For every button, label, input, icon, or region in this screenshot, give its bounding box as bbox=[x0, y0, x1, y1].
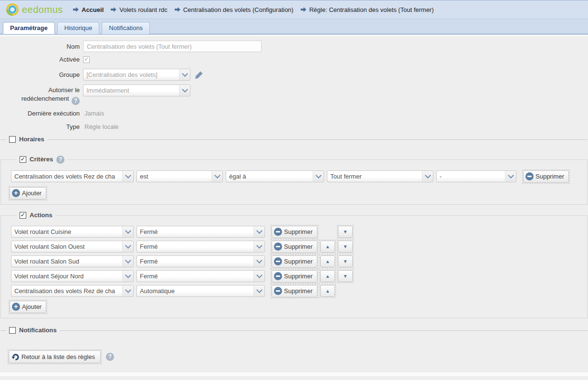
breadcrumb-link-centralisation-configuration[interactable]: Centralisation des volets (Configuration… bbox=[183, 6, 294, 13]
arrow-up-icon: ▲ bbox=[326, 259, 330, 264]
breadcrumb-link-volets-roulant-rdc[interactable]: Volets roulant rdc bbox=[119, 6, 167, 13]
notifications-checkbox[interactable] bbox=[9, 327, 16, 334]
action-device-select[interactable]: Centralisation des volets Rez de cha bbox=[11, 285, 134, 297]
check-icon: ✓ bbox=[21, 156, 25, 162]
activee-checkbox[interactable]: ✓ bbox=[83, 56, 90, 63]
action-device-select[interactable]: Volet roulant Salon Sud bbox=[11, 255, 134, 267]
actions-checkbox[interactable]: ✓ bbox=[20, 212, 26, 219]
bottom-strip bbox=[0, 372, 588, 376]
chevron-down-icon bbox=[179, 85, 190, 96]
action-value-select[interactable]: Fermé bbox=[136, 241, 265, 253]
critere-operator-select[interactable]: est bbox=[136, 170, 223, 182]
eedomus-logo[interactable]: eedomus bbox=[6, 3, 67, 16]
notifications-label: Notifications bbox=[19, 327, 57, 334]
action-row: Volet roulant Salon Sud Fermé Supprimer … bbox=[11, 255, 587, 268]
action-row: Volet roulant Cuisine Fermé Supprimer ▼ bbox=[11, 226, 587, 238]
supprimer-action-button[interactable]: Supprimer bbox=[272, 241, 317, 253]
critere-comparison-select[interactable]: égal à bbox=[226, 170, 324, 182]
autoriser-select[interactable]: Immédiatement bbox=[83, 84, 190, 96]
activee-label: Activée bbox=[0, 56, 80, 63]
derniere-execution-value: Jamais bbox=[84, 110, 104, 117]
action-value-select[interactable]: Fermé bbox=[136, 255, 265, 267]
arrow-up-icon: ▲ bbox=[326, 274, 330, 279]
page: eedomus Accueil Volets roulant rdc Centr… bbox=[0, 0, 588, 380]
chevron-down-icon bbox=[253, 271, 264, 282]
breadcrumb-link-accueil[interactable]: Accueil bbox=[82, 6, 104, 13]
tab-historique[interactable]: Historique bbox=[57, 22, 100, 34]
supprimer-action-button[interactable]: Supprimer bbox=[272, 226, 317, 238]
move-down-button[interactable]: ▼ bbox=[338, 270, 353, 282]
action-row: Centralisation des volets Rez de cha Aut… bbox=[11, 285, 587, 297]
chevron-down-icon bbox=[122, 171, 133, 182]
ajouter-action-button[interactable]: + Ajouter bbox=[10, 301, 46, 313]
chevron-down-icon bbox=[253, 285, 264, 296]
parametrage-panel: Nom Activée ✓ Groupe [Centralisation des… bbox=[0, 36, 588, 372]
action-value-select[interactable]: Automatique bbox=[136, 285, 265, 297]
breadcrumb-item: Règle: Centralisation des volets (Tout f… bbox=[300, 6, 434, 13]
actions-label: Actions bbox=[30, 211, 52, 219]
move-down-button[interactable]: ▼ bbox=[338, 226, 353, 238]
move-up-button[interactable]: ▲ bbox=[320, 270, 335, 282]
minus-icon bbox=[525, 172, 534, 180]
action-device-select[interactable]: Volet roulant Salon Ouest bbox=[11, 241, 134, 253]
chevron-down-icon bbox=[122, 226, 133, 237]
criteres-label: Critères bbox=[30, 156, 53, 163]
check-icon: ✓ bbox=[21, 212, 25, 218]
move-up-button[interactable]: ▲ bbox=[320, 255, 335, 267]
horaires-checkbox[interactable] bbox=[9, 136, 16, 143]
move-up-button[interactable]: ▲ bbox=[320, 285, 335, 297]
critere-device-select[interactable]: Centralisation des volets Rez de cha bbox=[11, 170, 134, 182]
ajouter-critere-button[interactable]: + Ajouter bbox=[10, 187, 46, 200]
eedomus-logo-icon bbox=[6, 3, 19, 16]
critere-extra-select[interactable]: - bbox=[436, 170, 516, 182]
help-icon[interactable]: ? bbox=[72, 97, 80, 105]
section-criteres: ✓ Critères ? Centralisation des volets R… bbox=[0, 156, 588, 205]
action-value-select[interactable]: Fermé bbox=[136, 226, 265, 238]
check-icon: ✓ bbox=[84, 56, 89, 62]
action-row: Volet roulant Séjour Nord Fermé Supprime… bbox=[11, 270, 587, 283]
tab-notifications[interactable]: Notifications bbox=[102, 22, 150, 34]
logo-text: eedomus bbox=[22, 4, 63, 15]
chevron-down-icon bbox=[253, 256, 264, 267]
criteres-help-icon[interactable]: ? bbox=[56, 156, 64, 164]
supprimer-critere-button[interactable]: Supprimer bbox=[523, 170, 569, 183]
move-down-button[interactable]: ▼ bbox=[338, 241, 353, 253]
nom-label: Nom bbox=[0, 43, 80, 50]
move-down-button[interactable]: ▼ bbox=[338, 255, 353, 267]
minus-icon bbox=[274, 257, 282, 265]
retour-liste-regles-button[interactable]: Retour à la liste des règles bbox=[9, 350, 101, 363]
arrow-up-icon: ▲ bbox=[326, 289, 330, 294]
chevron-down-icon bbox=[179, 69, 190, 80]
critere-row: Centralisation des volets Rez de cha est… bbox=[11, 170, 587, 183]
section-actions: ✓ Actions Volet roulant Cuisine Fermé Su… bbox=[0, 212, 588, 318]
arrow-down-icon: ▼ bbox=[343, 230, 348, 234]
nom-input[interactable] bbox=[83, 41, 262, 52]
criteres-checkbox[interactable]: ✓ bbox=[20, 156, 26, 163]
move-up-button[interactable]: ▲ bbox=[320, 241, 335, 253]
undo-icon bbox=[11, 353, 20, 360]
chevron-down-icon bbox=[253, 226, 264, 237]
plus-icon: + bbox=[12, 189, 20, 197]
pencil-icon bbox=[194, 70, 204, 80]
tab-bar: Paramétrage Historique Notifications bbox=[0, 19, 588, 34]
supprimer-action-button[interactable]: Supprimer bbox=[272, 285, 317, 297]
critere-value-select[interactable]: Tout fermer bbox=[327, 170, 433, 182]
action-row: Volet roulant Salon Ouest Fermé Supprime… bbox=[11, 241, 587, 253]
chevron-down-icon bbox=[313, 171, 324, 182]
tab-parametrage[interactable]: Paramétrage bbox=[3, 22, 55, 34]
groupe-select[interactable]: [Centralisation des volets] bbox=[83, 69, 190, 81]
action-device-select[interactable]: Volet roulant Cuisine bbox=[11, 226, 134, 238]
breadcrumb-link-regle[interactable]: Règle: Centralisation des volets (Tout f… bbox=[309, 6, 434, 13]
supprimer-action-button[interactable]: Supprimer bbox=[272, 255, 317, 268]
chevron-down-icon bbox=[505, 171, 516, 182]
derniere-execution-label: Dernière exécution bbox=[0, 110, 80, 117]
action-device-select[interactable]: Volet roulant Séjour Nord bbox=[11, 270, 134, 282]
section-notifications: Notifications bbox=[0, 327, 588, 334]
edit-group-button[interactable] bbox=[194, 70, 204, 80]
retour-help-icon[interactable]: ? bbox=[106, 353, 114, 361]
action-value-select[interactable]: Fermé bbox=[136, 270, 265, 282]
chevron-down-icon bbox=[422, 171, 433, 182]
arrow-down-icon: ▼ bbox=[343, 244, 348, 249]
breadcrumb: Accueil Volets roulant rdc Centralisatio… bbox=[73, 6, 434, 13]
supprimer-action-button[interactable]: Supprimer bbox=[272, 270, 317, 283]
